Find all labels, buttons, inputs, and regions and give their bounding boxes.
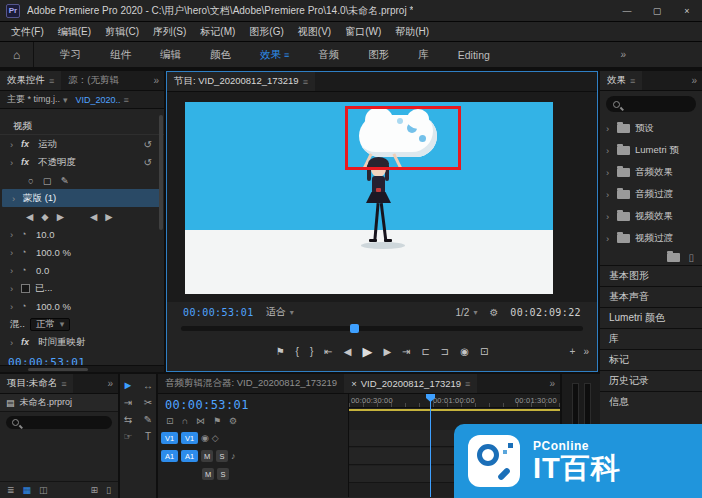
- param-row-expansion[interactable]: › ◔ 0.0: [0, 261, 164, 279]
- track-target-v1[interactable]: V1: [181, 432, 198, 444]
- type-tool[interactable]: T: [145, 431, 151, 442]
- go-to-out-button[interactable]: ⇥: [402, 346, 410, 357]
- nest-icon[interactable]: ⊡: [166, 416, 174, 426]
- folder-audio-effects[interactable]: › 音频效果: [600, 161, 702, 183]
- play-button[interactable]: ▶: [362, 344, 372, 359]
- slip-tool[interactable]: ⇆: [124, 414, 132, 425]
- workspace-tab-learning[interactable]: 学习: [60, 48, 81, 62]
- workspace-tab-effects[interactable]: 效果≡: [260, 48, 289, 62]
- chevron-right-icon[interactable]: ›: [606, 167, 612, 178]
- track-lock-icon[interactable]: ◇: [212, 433, 219, 443]
- chevron-right-icon[interactable]: ›: [10, 301, 16, 312]
- horizontal-scrollbar[interactable]: [0, 365, 164, 372]
- toggle-animation-icon[interactable]: ◔: [21, 247, 31, 257]
- fx-badge-icon[interactable]: fx: [21, 139, 33, 149]
- track-output-toggle-icon[interactable]: ◉: [201, 433, 209, 443]
- tab-sequence-timeline[interactable]: × VID_20200812_173219 ≡: [344, 374, 477, 393]
- workspace-tab-color[interactable]: 颜色: [210, 48, 231, 62]
- panel-menu-icon[interactable]: ≡: [303, 77, 308, 87]
- delete-icon[interactable]: ▯: [688, 252, 694, 263]
- menu-file[interactable]: 文件(F): [4, 25, 51, 39]
- keyframe-prev-icon[interactable]: ◀: [26, 211, 33, 222]
- clip-selector-dropdown[interactable]: 主要 * timg.j.. ▾: [7, 93, 68, 106]
- panel-menu-icon[interactable]: ≡: [61, 379, 66, 389]
- delete-button[interactable]: ▯: [106, 485, 111, 495]
- tab-audio-clip-mixer[interactable]: 音频剪辑混合器: VID_20200812_173219: [158, 374, 344, 393]
- workspace-tab-assembly[interactable]: 组件: [110, 48, 131, 62]
- fit-dropdown[interactable]: 适合 ▾: [266, 305, 294, 319]
- param-value[interactable]: 0.0: [36, 265, 49, 276]
- tab-markers[interactable]: 标记: [600, 349, 702, 370]
- scrubber-playhead[interactable]: [350, 324, 359, 333]
- home-icon[interactable]: ⌂: [0, 42, 34, 67]
- program-video-frame[interactable]: [185, 102, 553, 294]
- icon-view-button[interactable]: ▦: [23, 485, 32, 495]
- param-row-master-opacity[interactable]: › ◔ 100.0 %: [0, 297, 164, 315]
- tab-program-monitor[interactable]: 节目: VID_20200812_173219 ≡: [167, 72, 315, 91]
- step-back-button[interactable]: ◀: [344, 346, 352, 357]
- chevron-right-icon[interactable]: ›: [606, 189, 612, 200]
- mark-out-button[interactable]: }: [310, 346, 313, 357]
- panel-menu-icon[interactable]: ≡: [49, 76, 54, 86]
- param-value[interactable]: 100.0 %: [36, 247, 71, 258]
- workspace-tab-editing-custom[interactable]: Editing: [458, 49, 490, 61]
- close-button[interactable]: ×: [672, 0, 702, 21]
- workspace-menu-icon[interactable]: ≡: [284, 50, 289, 60]
- tab-essential-graphics[interactable]: 基本图形: [600, 265, 702, 286]
- master-mute-button[interactable]: M: [202, 468, 214, 480]
- workspace-tab-audio[interactable]: 音频: [318, 48, 339, 62]
- extract-button[interactable]: ⊐: [441, 346, 449, 357]
- selection-tool[interactable]: ►: [123, 379, 134, 391]
- panel-overflow-icon[interactable]: »: [686, 71, 702, 90]
- menu-graphics[interactable]: 图形(G): [242, 25, 290, 39]
- hand-tool[interactable]: ☞: [124, 431, 133, 442]
- workspace-overflow-icon[interactable]: »: [620, 49, 626, 60]
- timeline-ruler[interactable]: 00:00:30:00 00:01:00:00 00:01:30:00: [349, 394, 560, 408]
- source-patch-a1[interactable]: A1: [161, 450, 178, 462]
- go-to-in-button[interactable]: ⇤: [324, 346, 332, 357]
- linked-selection-icon[interactable]: ⋈: [196, 416, 205, 426]
- tab-info[interactable]: 信息: [600, 391, 702, 412]
- workspace-tab-editing[interactable]: 编辑: [160, 48, 181, 62]
- param-row-feather[interactable]: › ◔ 10.0: [0, 225, 164, 243]
- automate-to-sequence-button[interactable]: ◫: [39, 485, 48, 495]
- razor-tool[interactable]: ✂: [144, 397, 152, 408]
- fx-badge-icon[interactable]: fx: [21, 157, 33, 167]
- inverted-checkbox[interactable]: [21, 284, 30, 293]
- folder-video-transitions[interactable]: › 视频过渡: [600, 227, 702, 249]
- pen-tool[interactable]: ✎: [144, 414, 152, 425]
- param-value[interactable]: 100.0 %: [36, 301, 71, 312]
- tab-effects[interactable]: 效果 ≡: [600, 71, 642, 90]
- tab-lumetri-color[interactable]: Lumetri 颜色: [600, 307, 702, 328]
- panel-menu-icon[interactable]: ≡: [630, 76, 635, 86]
- menu-edit[interactable]: 编辑(E): [51, 25, 98, 39]
- chevron-right-icon[interactable]: ›: [606, 211, 612, 222]
- chevron-right-icon[interactable]: ›: [10, 247, 16, 258]
- program-timecode[interactable]: 00:00:53:01: [183, 307, 254, 318]
- tab-project[interactable]: 项目:未命名 ≡: [0, 374, 73, 393]
- workspace-tab-graphics[interactable]: 图形: [368, 48, 389, 62]
- keyframe-add-icon[interactable]: ◆: [41, 211, 48, 222]
- reset-icon[interactable]: ↺: [144, 139, 152, 150]
- mask-1-item[interactable]: › 蒙版 (1): [2, 189, 162, 207]
- export-frame-button[interactable]: ◉: [460, 346, 469, 357]
- folder-audio-transitions[interactable]: › 音频过渡: [600, 183, 702, 205]
- chevron-right-icon[interactable]: ›: [606, 123, 612, 134]
- chevron-right-icon[interactable]: ›: [10, 283, 16, 294]
- new-custom-bin-icon[interactable]: [667, 253, 680, 262]
- effect-motion-row[interactable]: › fx 运动 ↺: [0, 135, 164, 153]
- menu-view[interactable]: 视图(V): [291, 25, 338, 39]
- chevron-right-icon[interactable]: ›: [10, 157, 16, 168]
- track-target-a1[interactable]: A1: [181, 450, 198, 462]
- scrollbar-thumb[interactable]: [28, 368, 88, 371]
- chevron-right-icon[interactable]: ›: [10, 265, 16, 276]
- work-area-bar[interactable]: [349, 409, 560, 411]
- close-tab-icon[interactable]: ×: [351, 378, 357, 389]
- param-value[interactable]: 10.0: [36, 229, 55, 240]
- master-solo-button[interactable]: S: [217, 468, 229, 480]
- menu-window[interactable]: 窗口(W): [338, 25, 388, 39]
- chevron-right-icon[interactable]: ›: [10, 139, 16, 150]
- effects-search-input[interactable]: [606, 96, 696, 112]
- param-row-opacity[interactable]: › ◔ 100.0 %: [0, 243, 164, 261]
- folder-presets[interactable]: › 预设: [600, 117, 702, 139]
